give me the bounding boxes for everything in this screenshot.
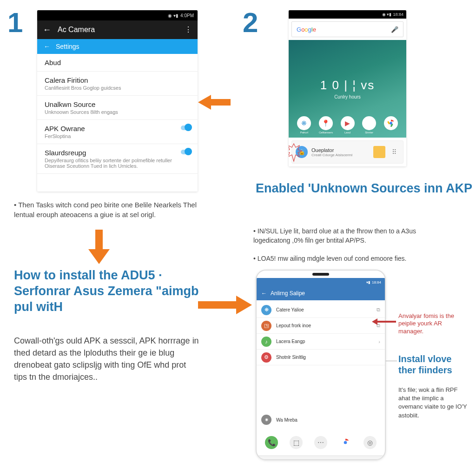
camera-icon[interactable]: ◎ (364, 436, 377, 449)
arrow-down-icon (88, 230, 110, 264)
status-bar: ◉ ▾▮ 18:84 (289, 10, 406, 19)
clock-widget: 1 0 | ¦ vs (320, 78, 375, 93)
copy-icon[interactable]: ⧉ (377, 307, 380, 313)
app-icon[interactable]: ❋ (297, 116, 311, 130)
back-icon[interactable]: ← (261, 290, 267, 297)
svg-marker-5 (289, 144, 302, 161)
settings-item-unknown-sources[interactable]: Unalkwn Source Unknoown Sources 8ilth en… (37, 96, 198, 120)
grid-icon[interactable]: ⠿ (389, 147, 399, 157)
mic-icon[interactable]: 🎤 (391, 26, 398, 33)
settings-item-apk-toggle[interactable]: APK Owrane FerSloptina (37, 120, 198, 144)
nav-bar: ◁ ○ □ (257, 456, 385, 460)
card-subtitle: Creatl Cdorge Aislscerml (311, 153, 352, 157)
bottom-app-row: 📞 ⬚ ⋯ ◎ (257, 430, 385, 456)
file-icon: ◳ (261, 321, 271, 331)
file-icon: ♪ (261, 337, 271, 347)
chrome-icon[interactable] (339, 436, 352, 449)
icon-label: Sinrter (365, 131, 373, 134)
list-item[interactable]: ⚙Shotnlr Sinltlig (257, 350, 385, 365)
list-item[interactable]: ◳Lepout frork inoe⧉ (257, 318, 385, 334)
status-time: 4:0PM (180, 13, 194, 18)
step2-heading: Enabled 'Unknown Sources inn AKP (256, 181, 472, 196)
pointer-line (386, 361, 397, 361)
status-bar: ▾▮ 18:84 (257, 278, 385, 286)
back-icon[interactable]: ← (43, 25, 51, 35)
svg-marker-0 (198, 95, 231, 110)
list-item[interactable]: ❋Catere Yalioe⧉ (257, 302, 385, 318)
item-title: Lepout frork inoe (276, 323, 311, 328)
item-title: Lacera Eangp (276, 339, 305, 344)
badge-burst-icon (289, 143, 302, 162)
svg-marker-8 (372, 318, 396, 325)
nav-recent-icon[interactable]: □ (362, 459, 365, 461)
step3-heading: Install vlove ther fiinders (398, 353, 468, 376)
item-title: Shotnlr Sinltlig (276, 355, 306, 360)
step2-bullets: • IN/SUL Liye lit, barrd olue at a the f… (253, 227, 453, 263)
svg-marker-1 (88, 230, 110, 264)
phone-settings-screenshot: ◉ ▾▮ 4:0PM ← Ac Camera ⋮ ← Settings Abud… (37, 10, 198, 192)
step-number-2: 2 (243, 7, 258, 39)
file-icon: ❋ (261, 305, 271, 315)
step3-body-text: It's file; wok a flin RPF ahat the iimpl… (398, 386, 468, 420)
wallpaper: 1 0 | ¦ vs Cunlry hours ❋Pahurl 📍Celltan… (289, 40, 406, 138)
folder-icon[interactable] (373, 146, 385, 158)
phone-notch (257, 271, 385, 278)
item-title: Abud (45, 59, 190, 66)
svg-marker-2 (198, 296, 252, 314)
apps-icon[interactable]: ⋯ (314, 436, 327, 449)
phone-icon[interactable]: 📞 (265, 436, 278, 449)
app-icon[interactable]: ⬚ (290, 436, 303, 449)
clock-subtitle: Cunlry hours (334, 94, 361, 99)
item-title: Catere Yalioe (276, 307, 304, 312)
step-number-1: 1 (7, 7, 23, 39)
icon-label: Pahurl (300, 131, 308, 134)
item-subtitle: Depyiferaurg ofitics beliiy sortente der… (45, 158, 190, 169)
settings-item-slaurd-toggle[interactable]: Slaurdsreupg Depyiferaurg ofitics beliiy… (37, 144, 198, 174)
chevron-icon[interactable]: › (378, 339, 380, 344)
nav-back-icon[interactable]: ◁ (276, 459, 281, 461)
app-icon[interactable]: 📍 (319, 116, 333, 130)
annotation-red-text: Anvalyar fomis is the peiplie yourk AR m… (398, 312, 463, 335)
item-title: Slaurdsreupg (45, 149, 190, 157)
icon-label: Lasd (344, 131, 350, 134)
app-icon[interactable]: ▶ (341, 116, 355, 130)
card-title: Oueplator (311, 147, 352, 153)
file-icon: ⚙ (261, 352, 271, 363)
appbar-title: Anlirng Salipe (271, 290, 305, 297)
signal-icon: ▾▮ (366, 280, 370, 284)
item-subtitle: Canlifiesirit Bros Goglop guidcses (45, 85, 190, 91)
overflow-icon[interactable]: ⋮ (185, 29, 192, 31)
step1-body-text: Cowall-oth'gs ould APK a sesscil, APK ho… (14, 335, 200, 383)
signal-icon: ◉ ▾▮ (382, 12, 392, 17)
list-item[interactable]: ♪Lacera Eangp› (257, 334, 385, 350)
status-time: 18:84 (393, 12, 403, 17)
phone-file-manager-screenshot: ▾▮ 18:84 ← Anlirng Salipe ❋Catere Yalioe… (256, 270, 386, 460)
list-item[interactable]: ✷Wa Mreba (257, 412, 385, 428)
step1-bullet-text: • Then Tasks witch cond peo birite one B… (14, 200, 200, 219)
app-bar: ← Anlirng Salipe (257, 286, 385, 300)
item-title: APK Owrane (45, 125, 190, 132)
app-icon-row: ❋Pahurl 📍Celltansers ▶Lasd ⚙Sinrter (289, 116, 406, 134)
app-icon[interactable]: ⚙ (362, 116, 376, 130)
google-logo: Google (297, 26, 316, 33)
status-bar: ◉ ▾▮ 4:0PM (37, 10, 198, 20)
back-icon[interactable]: ← (44, 43, 50, 50)
settings-item-camera[interactable]: Calera Firition Canlifiesirit Bros Goglo… (37, 72, 198, 96)
chrome-icon[interactable] (384, 116, 398, 130)
item-title: Calera Firition (45, 76, 190, 84)
settings-item-about[interactable]: Abud (37, 54, 198, 72)
item-title: Wa Mreba (276, 417, 298, 423)
item-title: Unalkwn Source (45, 100, 190, 108)
notification-card[interactable]: 🔒 Oueplator Creatl Cdorge Aislscerml ⠿ (291, 140, 403, 164)
item-subtitle: Unknoown Sources 8ilth engags (45, 109, 190, 115)
tab-settings[interactable]: ← Settings (37, 39, 198, 54)
status-time: 18:84 (372, 280, 381, 284)
arrow-right-icon (198, 295, 252, 315)
google-search-bar[interactable]: Google 🎤 (291, 21, 403, 37)
tab-label: Settings (56, 43, 79, 50)
appbar-title: Ac Camera (58, 26, 95, 34)
nav-home-icon[interactable]: ○ (319, 459, 323, 461)
icon-label: Celltansers (319, 131, 333, 134)
arrow-left-red-icon (372, 318, 396, 325)
file-icon: ✷ (261, 415, 271, 425)
